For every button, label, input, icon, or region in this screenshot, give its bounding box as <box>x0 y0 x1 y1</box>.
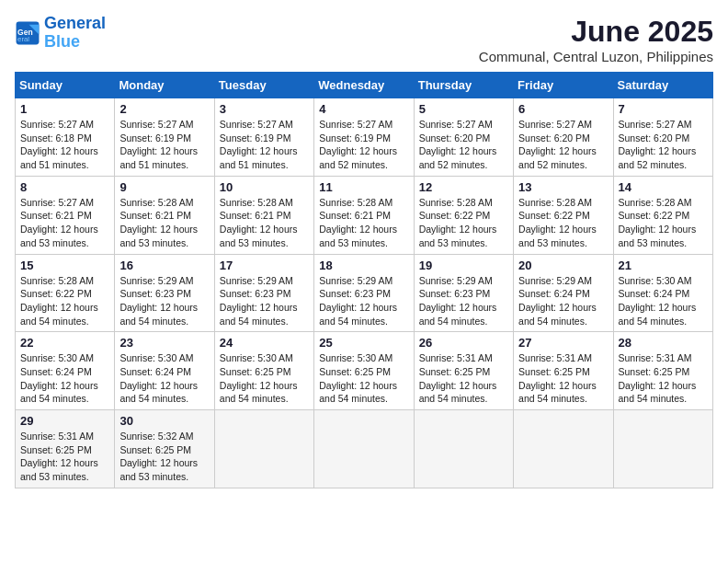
day-number: 24 <box>220 336 309 350</box>
day-number: 18 <box>319 259 408 272</box>
col-friday: Friday <box>514 73 613 98</box>
calendar-week-row: 22Sunrise: 5:30 AMSunset: 6:24 PMDayligh… <box>16 332 713 410</box>
table-row: 7Sunrise: 5:27 AMSunset: 6:20 PMDaylight… <box>613 98 712 177</box>
col-sunday: Sunday <box>16 73 115 98</box>
calendar-week-row: 15Sunrise: 5:28 AMSunset: 6:22 PMDayligh… <box>16 254 713 332</box>
table-row: 2Sunrise: 5:27 AMSunset: 6:19 PMDaylight… <box>115 98 214 177</box>
day-number: 19 <box>419 259 508 272</box>
day-number: 6 <box>518 102 608 116</box>
table-row: 15Sunrise: 5:28 AMSunset: 6:22 PMDayligh… <box>16 254 115 332</box>
day-info: Sunrise: 5:28 AMSunset: 6:22 PMDaylight:… <box>518 196 608 250</box>
col-tuesday: Tuesday <box>214 73 313 98</box>
table-row: 23Sunrise: 5:30 AMSunset: 6:24 PMDayligh… <box>115 332 214 410</box>
day-number: 14 <box>619 180 708 194</box>
table-row: 5Sunrise: 5:27 AMSunset: 6:20 PMDaylight… <box>414 98 513 177</box>
day-info: Sunrise: 5:27 AMSunset: 6:19 PMDaylight:… <box>220 118 309 172</box>
day-info: Sunrise: 5:27 AMSunset: 6:20 PMDaylight:… <box>619 118 708 172</box>
day-info: Sunrise: 5:28 AMSunset: 6:21 PMDaylight:… <box>220 196 309 250</box>
calendar-week-row: 29Sunrise: 5:31 AMSunset: 6:25 PMDayligh… <box>16 410 713 488</box>
day-info: Sunrise: 5:29 AMSunset: 6:23 PMDaylight:… <box>419 274 508 328</box>
month-title: June 2025 <box>479 15 713 49</box>
logo-line1: General <box>44 14 106 32</box>
table-row: 28Sunrise: 5:31 AMSunset: 6:25 PMDayligh… <box>613 332 712 410</box>
day-number: 21 <box>619 259 708 272</box>
day-info: Sunrise: 5:30 AMSunset: 6:24 PMDaylight:… <box>619 274 708 328</box>
day-number: 12 <box>419 180 508 194</box>
day-number: 2 <box>119 102 209 116</box>
day-number: 11 <box>319 180 408 194</box>
table-row: 16Sunrise: 5:29 AMSunset: 6:23 PMDayligh… <box>115 254 214 332</box>
day-number: 8 <box>20 180 109 194</box>
day-info: Sunrise: 5:31 AMSunset: 6:25 PMDaylight:… <box>20 430 109 484</box>
col-saturday: Saturday <box>613 73 712 98</box>
day-info: Sunrise: 5:29 AMSunset: 6:23 PMDaylight:… <box>220 274 309 328</box>
table-row: 4Sunrise: 5:27 AMSunset: 6:19 PMDaylight… <box>314 98 414 177</box>
table-row: 8Sunrise: 5:27 AMSunset: 6:21 PMDaylight… <box>16 176 115 254</box>
day-number: 25 <box>319 336 408 350</box>
table-row: 14Sunrise: 5:28 AMSunset: 6:22 PMDayligh… <box>613 176 712 254</box>
table-row: 18Sunrise: 5:29 AMSunset: 6:23 PMDayligh… <box>314 254 414 332</box>
day-info: Sunrise: 5:29 AMSunset: 6:24 PMDaylight:… <box>518 274 608 328</box>
day-info: Sunrise: 5:31 AMSunset: 6:25 PMDaylight:… <box>619 351 708 406</box>
day-number: 3 <box>220 102 309 116</box>
calendar-header-row: Sunday Monday Tuesday Wednesday Thursday… <box>16 73 713 98</box>
location-subtitle: Communal, Central Luzon, Philippines <box>479 49 713 64</box>
day-number: 5 <box>419 102 508 116</box>
svg-text:eral: eral <box>17 35 29 43</box>
day-number: 30 <box>119 414 209 428</box>
day-info: Sunrise: 5:30 AMSunset: 6:24 PMDaylight:… <box>119 351 209 406</box>
col-wednesday: Wednesday <box>314 73 414 98</box>
table-row: 30Sunrise: 5:32 AMSunset: 6:25 PMDayligh… <box>115 410 214 488</box>
day-info: Sunrise: 5:30 AMSunset: 6:25 PMDaylight:… <box>319 351 408 406</box>
title-block: June 2025 Communal, Central Luzon, Phili… <box>479 15 713 64</box>
day-info: Sunrise: 5:27 AMSunset: 6:19 PMDaylight:… <box>319 118 408 172</box>
day-info: Sunrise: 5:29 AMSunset: 6:23 PMDaylight:… <box>319 274 408 328</box>
logo: Gen eral General Blue <box>15 15 106 52</box>
day-number: 16 <box>119 259 209 272</box>
day-number: 9 <box>119 180 209 194</box>
day-number: 28 <box>619 336 708 350</box>
day-number: 26 <box>419 336 508 350</box>
table-row: 25Sunrise: 5:30 AMSunset: 6:25 PMDayligh… <box>314 332 414 410</box>
day-info: Sunrise: 5:32 AMSunset: 6:25 PMDaylight:… <box>119 430 209 484</box>
day-number: 15 <box>20 259 109 272</box>
day-info: Sunrise: 5:31 AMSunset: 6:25 PMDaylight:… <box>518 351 608 406</box>
page-header: Gen eral General Blue June 2025 Communal… <box>15 15 713 64</box>
day-number: 4 <box>319 102 408 116</box>
calendar-week-row: 8Sunrise: 5:27 AMSunset: 6:21 PMDaylight… <box>16 176 713 254</box>
day-number: 23 <box>119 336 209 350</box>
table-row: 20Sunrise: 5:29 AMSunset: 6:24 PMDayligh… <box>514 254 613 332</box>
logo-line2: Blue <box>44 32 80 51</box>
table-row <box>414 410 513 488</box>
table-row: 9Sunrise: 5:28 AMSunset: 6:21 PMDaylight… <box>115 176 214 254</box>
table-row: 26Sunrise: 5:31 AMSunset: 6:25 PMDayligh… <box>414 332 513 410</box>
day-info: Sunrise: 5:31 AMSunset: 6:25 PMDaylight:… <box>419 351 508 406</box>
table-row <box>514 410 613 488</box>
col-thursday: Thursday <box>414 73 513 98</box>
calendar-week-row: 1Sunrise: 5:27 AMSunset: 6:18 PMDaylight… <box>16 98 713 177</box>
day-number: 22 <box>20 336 109 350</box>
table-row: 13Sunrise: 5:28 AMSunset: 6:22 PMDayligh… <box>514 176 613 254</box>
day-info: Sunrise: 5:28 AMSunset: 6:22 PMDaylight:… <box>20 274 109 328</box>
day-number: 7 <box>619 102 708 116</box>
table-row <box>214 410 313 488</box>
day-number: 10 <box>220 180 309 194</box>
day-info: Sunrise: 5:30 AMSunset: 6:25 PMDaylight:… <box>220 351 309 406</box>
calendar-table: Sunday Monday Tuesday Wednesday Thursday… <box>15 72 713 488</box>
day-info: Sunrise: 5:28 AMSunset: 6:22 PMDaylight:… <box>419 196 508 250</box>
day-number: 29 <box>20 414 109 428</box>
day-info: Sunrise: 5:27 AMSunset: 6:20 PMDaylight:… <box>419 118 508 172</box>
day-number: 13 <box>518 180 608 194</box>
table-row: 24Sunrise: 5:30 AMSunset: 6:25 PMDayligh… <box>214 332 313 410</box>
table-row: 21Sunrise: 5:30 AMSunset: 6:24 PMDayligh… <box>613 254 712 332</box>
table-row: 17Sunrise: 5:29 AMSunset: 6:23 PMDayligh… <box>214 254 313 332</box>
day-info: Sunrise: 5:28 AMSunset: 6:21 PMDaylight:… <box>319 196 408 250</box>
table-row: 11Sunrise: 5:28 AMSunset: 6:21 PMDayligh… <box>314 176 414 254</box>
table-row: 3Sunrise: 5:27 AMSunset: 6:19 PMDaylight… <box>214 98 313 177</box>
day-info: Sunrise: 5:27 AMSunset: 6:21 PMDaylight:… <box>20 196 109 250</box>
table-row: 27Sunrise: 5:31 AMSunset: 6:25 PMDayligh… <box>514 332 613 410</box>
table-row: 12Sunrise: 5:28 AMSunset: 6:22 PMDayligh… <box>414 176 513 254</box>
table-row: 22Sunrise: 5:30 AMSunset: 6:24 PMDayligh… <box>16 332 115 410</box>
day-info: Sunrise: 5:30 AMSunset: 6:24 PMDaylight:… <box>20 351 109 406</box>
day-number: 27 <box>518 336 608 350</box>
